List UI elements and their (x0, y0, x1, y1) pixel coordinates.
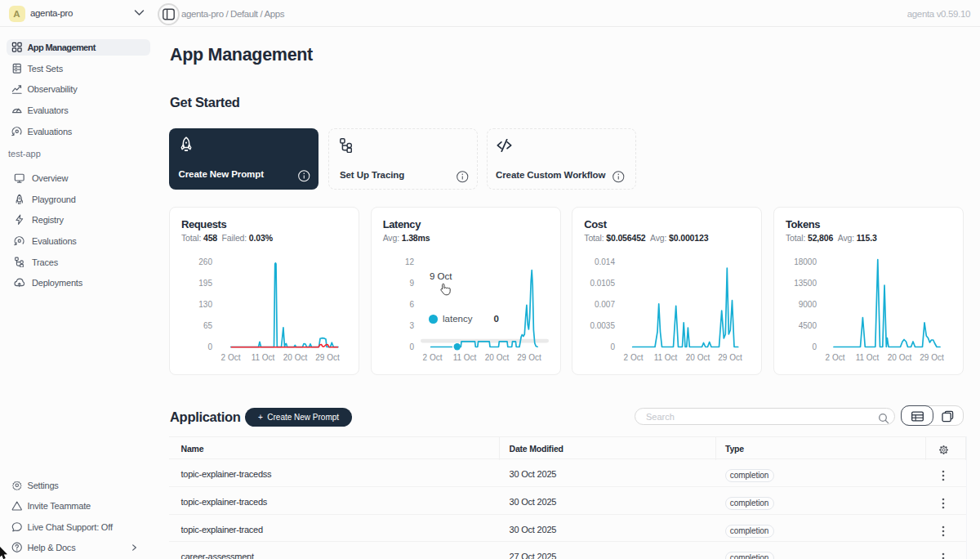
svg-text:2 Oct: 2 Oct (624, 353, 644, 362)
svg-text:2 Oct: 2 Oct (826, 353, 845, 362)
svg-text:0.007: 0.007 (595, 300, 615, 309)
svg-text:2 Oct: 2 Oct (422, 353, 442, 362)
svg-text:130: 130 (198, 300, 212, 309)
svg-text:260: 260 (198, 257, 212, 266)
svg-text:12: 12 (405, 257, 415, 266)
svg-text:0: 0 (611, 342, 616, 351)
svg-text:18000: 18000 (794, 257, 817, 266)
svg-text:2 Oct: 2 Oct (221, 353, 241, 362)
svg-text:29 Oct: 29 Oct (719, 353, 743, 362)
svg-text:0.014: 0.014 (595, 257, 615, 266)
svg-text:65: 65 (203, 321, 213, 330)
svg-text:0: 0 (207, 342, 212, 351)
svg-text:11 Oct: 11 Oct (452, 353, 476, 362)
svg-text:0.0035: 0.0035 (590, 321, 616, 330)
svg-text:4500: 4500 (799, 321, 817, 330)
svg-text:11 Oct: 11 Oct (252, 353, 275, 362)
svg-text:3: 3 (409, 321, 414, 330)
svg-text:0.0105: 0.0105 (590, 279, 616, 288)
svg-text:195: 195 (198, 279, 212, 288)
svg-text:29 Oct: 29 Oct (920, 353, 944, 362)
svg-text:9: 9 (409, 279, 414, 288)
svg-text:0: 0 (409, 342, 414, 351)
svg-text:29 Oct: 29 Oct (517, 353, 541, 362)
svg-text:0: 0 (812, 342, 817, 351)
svg-text:20 Oct: 20 Oct (888, 353, 912, 362)
svg-text:9000: 9000 (799, 300, 817, 309)
svg-text:20 Oct: 20 Oct (686, 353, 710, 362)
svg-text:6: 6 (409, 300, 414, 309)
svg-text:11 Oct: 11 Oct (654, 353, 678, 362)
svg-text:20 Oct: 20 Oct (484, 353, 509, 362)
svg-text:29 Oct: 29 Oct (315, 353, 340, 362)
svg-text:20 Oct: 20 Oct (283, 353, 308, 362)
svg-text:11 Oct: 11 Oct (856, 353, 880, 362)
svg-text:13500: 13500 (794, 279, 817, 288)
